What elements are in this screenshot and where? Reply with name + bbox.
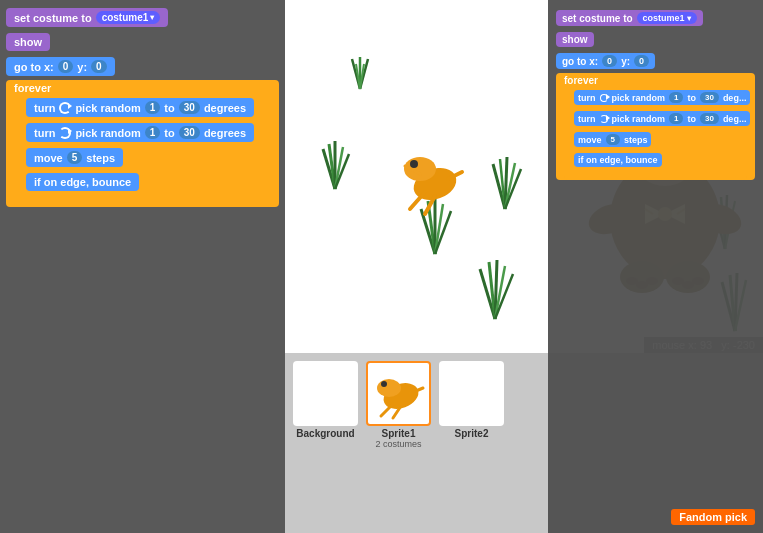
rotate-ccw-icon (59, 127, 71, 139)
y-value[interactable]: 0 (91, 60, 107, 73)
turn-cw-block[interactable]: turn pick random 1 to 30 degrees (26, 98, 254, 117)
turn-ccw-block[interactable]: turn pick random 1 to 30 degrees (26, 123, 254, 142)
sprite1-preview (371, 366, 426, 421)
bottom-from1[interactable]: 1 (669, 92, 683, 103)
bottom-move-steps[interactable]: 5 (606, 134, 620, 145)
degrees-label1: degrees (204, 102, 246, 114)
sprite-panel-top: Background (285, 353, 763, 533)
bottom-forever-block[interactable]: forever turn pick random 1 to 30 (556, 73, 755, 180)
sprite1-label: Sprite1 (382, 428, 416, 439)
forever-cap (14, 199, 271, 207)
background-sprite-thumb[interactable]: Background (293, 361, 358, 439)
forever-body: turn pick random 1 to 30 degrees turn pi (18, 94, 271, 197)
bottom-set-costume-block[interactable]: set costume to costume1 (556, 10, 703, 26)
sprite2-thumb-box[interactable] (439, 361, 504, 426)
bottom-move-block[interactable]: move 5 steps (574, 132, 651, 147)
y-label: y: (77, 61, 87, 73)
forever-block[interactable]: forever turn pick random 1 to 30 degrees (6, 80, 279, 207)
sprite1-thumb-box[interactable] (366, 361, 431, 426)
goto-block[interactable]: go to x: 0 y: 0 (6, 57, 115, 76)
turn-cw-label: turn (34, 102, 55, 114)
sprite-list: Background (285, 353, 512, 533)
background-thumb-box[interactable] (293, 361, 358, 426)
sprite2-label: Sprite2 (455, 428, 489, 439)
to-val1[interactable]: 30 (179, 101, 200, 114)
svg-rect-86 (444, 366, 499, 421)
turn-ccw-label: turn (34, 127, 55, 139)
move-label: move (34, 152, 63, 164)
bottom-bounce-block[interactable]: if on edge, bounce (574, 153, 662, 167)
svg-point-81 (377, 379, 401, 397)
bottom-pick-random-label1: pick random (612, 93, 666, 103)
background-preview (298, 366, 353, 421)
move-block[interactable]: move 5 steps (26, 148, 123, 167)
bottom-deg1: deg... (723, 93, 747, 103)
costume-dropdown[interactable]: costume1 (96, 11, 161, 24)
goto-label: go to x: (14, 61, 54, 73)
bottom-pick-random-label2: pick random (612, 114, 666, 124)
sprite1-thumb[interactable]: Sprite1 2 costumes (366, 361, 431, 449)
bottom-goto-label: go to x: (562, 56, 598, 67)
bottom-turn-ccw-label: turn (578, 114, 596, 124)
bottom-show-block[interactable]: show (556, 32, 594, 47)
bottom-forever-body: turn pick random 1 to 30 deg... (568, 86, 747, 173)
fandom-pick-badge: Fandom pick (671, 509, 755, 525)
bottom-rotate-cw-icon (600, 94, 608, 102)
sprite1-costumes: 2 costumes (375, 439, 421, 449)
app-container: set costume to costume1 show go to x: 0 … (0, 0, 763, 533)
background-label: Background (296, 428, 354, 439)
set-costume-label: set costume to (14, 12, 92, 24)
to-val2[interactable]: 30 (179, 126, 200, 139)
bottom-costume-dropdown[interactable]: costume1 (637, 12, 697, 24)
bounce-block[interactable]: if on edge, bounce (26, 173, 139, 191)
forever-label: forever (14, 82, 271, 94)
bottom-to1[interactable]: 30 (700, 92, 719, 103)
bottom-x-val[interactable]: 0 (602, 55, 617, 67)
set-costume-block[interactable]: set costume to costume1 (6, 8, 168, 27)
bottom-y-label: y: (621, 56, 630, 67)
sprite-panel: Background (285, 353, 763, 533)
bottom-from2[interactable]: 1 (669, 113, 683, 124)
bottom-set-costume-label: set costume to (562, 13, 633, 24)
right-panel: mouse x: 93 y: -230 (285, 0, 763, 533)
pick-random-label2: pick random (75, 127, 140, 139)
bottom-forever-label: forever (564, 75, 747, 86)
bottom-goto-block[interactable]: go to x: 0 y: 0 (556, 53, 655, 69)
to-label1: to (164, 102, 174, 114)
svg-point-82 (381, 381, 387, 387)
sprite2-preview (444, 366, 499, 421)
sprite2-thumb[interactable]: Sprite2 (439, 361, 504, 439)
bottom-turn-ccw-block[interactable]: turn pick random 1 to 30 deg... (574, 111, 750, 126)
bottom-deg2: deg... (723, 114, 747, 124)
degrees-label2: degrees (204, 127, 246, 139)
bounce-label: if on edge, bounce (34, 176, 131, 188)
rotate-cw-icon (59, 102, 71, 114)
from-val2[interactable]: 1 (145, 126, 161, 139)
steps-label: steps (86, 152, 115, 164)
bottom-forever-cap (564, 175, 747, 180)
bottom-turn-cw-label: turn (578, 93, 596, 103)
pick-random-label1: pick random (75, 102, 140, 114)
code-panel: set costume to costume1 show go to x: 0 … (0, 0, 285, 533)
show-block[interactable]: show (6, 33, 50, 51)
svg-point-73 (410, 160, 418, 168)
to-label2: to (164, 127, 174, 139)
bottom-code-overlay: set costume to costume1 show go to x: (548, 0, 763, 533)
bottom-y-val[interactable]: 0 (634, 55, 649, 67)
bottom-steps-label: steps (624, 135, 648, 145)
from-val1[interactable]: 1 (145, 101, 161, 114)
show-label: show (14, 36, 42, 48)
bottom-bounce-label: if on edge, bounce (578, 155, 658, 165)
x-value[interactable]: 0 (58, 60, 74, 73)
bottom-move-label: move (578, 135, 602, 145)
bottom-rotate-ccw-icon (600, 115, 608, 123)
bottom-show-label: show (562, 34, 588, 45)
bottom-turn-cw-block[interactable]: turn pick random 1 to 30 deg... (574, 90, 750, 105)
move-steps-val[interactable]: 5 (67, 151, 83, 164)
bottom-to2[interactable]: 30 (700, 113, 719, 124)
svg-rect-78 (298, 366, 353, 421)
